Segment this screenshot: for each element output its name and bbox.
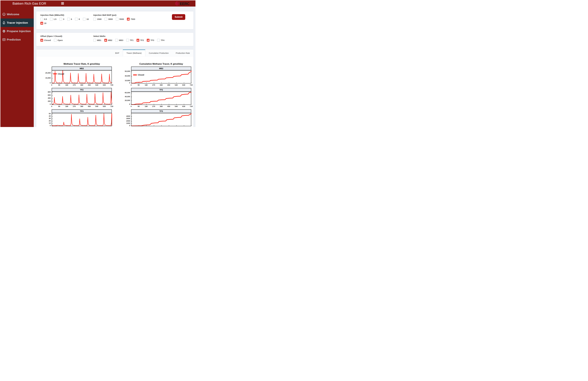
- checkbox-empty[interactable]: [67, 18, 70, 21]
- checkbox-label: MB2: [108, 39, 112, 41]
- checkbox-1-5[interactable]: 1.5: [50, 18, 56, 21]
- submit-button[interactable]: Submit: [172, 14, 185, 20]
- y-tick-label: 2000: [126, 120, 130, 122]
- y-axis-labels: 01000200030004000: [121, 109, 131, 126]
- sidebar-item-prediction[interactable]: Prediction: [0, 35, 34, 44]
- sidebar-item-label: Tracer Injection: [7, 21, 28, 24]
- sidebar-item-tracer-injection[interactable]: Tracer Injection: [0, 19, 34, 27]
- series-closed-line: [52, 70, 112, 83]
- x-tick-label: 90: [138, 127, 140, 127]
- sidebar-item-propane-injection[interactable]: Propane Injection: [0, 27, 34, 35]
- sidebar: WelcomeTracer InjectionPropane Injection…: [0, 6, 34, 127]
- series-closed-line: [52, 92, 112, 104]
- checkbox-tf3[interactable]: TF3: [147, 39, 154, 42]
- checkbox-3000[interactable]: 3000: [105, 18, 113, 21]
- checkbox-empty[interactable]: [50, 18, 53, 21]
- checkbox-10[interactable]: 10: [83, 18, 89, 21]
- eerc-logo: EERC: [175, 1, 194, 6]
- sidebar-item-welcome[interactable]: Welcome: [0, 10, 34, 19]
- x-tick-label: 270: [152, 84, 155, 86]
- sidebar-toggle-icon[interactable]: [61, 2, 64, 5]
- checkbox-label: 5500: [119, 18, 124, 20]
- x-tick-label: 720: [190, 105, 193, 107]
- checkbox-1500[interactable]: 1500: [93, 18, 102, 21]
- checkbox-7500[interactable]: 7500: [127, 18, 135, 21]
- x-tick-label: 0: [51, 105, 52, 107]
- thumbs-up-checked-icon[interactable]: [147, 39, 149, 42]
- legend-line-swatch: [133, 74, 137, 75]
- checkbox-closed[interactable]: Closed: [41, 39, 51, 42]
- checkbox-18[interactable]: 18: [41, 22, 46, 25]
- checkbox-label: 3000: [108, 18, 113, 20]
- tab-production-rate[interactable]: Production Rate: [172, 49, 193, 56]
- y-tick-label: 4000: [126, 115, 130, 117]
- tab-cumulative-production[interactable]: Cumulative Production: [145, 49, 172, 56]
- checkbox-empty[interactable]: [93, 39, 96, 42]
- checkbox-empty[interactable]: [75, 18, 78, 21]
- x-tick-label: 540: [175, 84, 178, 86]
- chart-panel-tf3: 01000200030004000TF309018027036045054063…: [121, 109, 191, 127]
- panel-title: MB2: [52, 67, 111, 70]
- checkbox-label: 6: [71, 18, 72, 20]
- x-tick-label: 720: [110, 105, 113, 107]
- x-tick-label: 540: [175, 105, 178, 107]
- tab-tracer-methane[interactable]: Tracer (Methane): [123, 49, 145, 56]
- y-tick-label: 200: [48, 100, 51, 102]
- y-tick-label: 0: [129, 82, 130, 84]
- series-closed-line: [131, 114, 191, 126]
- checkbox-3[interactable]: 3: [60, 18, 64, 21]
- checkbox-mb1[interactable]: MB1: [93, 39, 101, 42]
- checkbox-label: TF4: [161, 39, 165, 41]
- checkbox-empty[interactable]: [54, 39, 57, 42]
- offset-group: Offset (Open / Closed): ClosedOpen: [41, 35, 92, 42]
- checkbox-empty[interactable]: [93, 18, 96, 21]
- x-tick-label: 450: [167, 84, 170, 86]
- x-tick-label: 360: [80, 84, 83, 86]
- thumbs-up-checked-icon[interactable]: [127, 18, 130, 21]
- tab-bhp[interactable]: BHP: [112, 49, 123, 56]
- chart-column-rate: Methane Tracer Rate, K gmol/day010,00020…: [42, 63, 112, 127]
- y-tick-label: 30,000: [125, 75, 130, 77]
- checkbox-empty[interactable]: [83, 18, 85, 21]
- checkbox-mb2[interactable]: MB2: [104, 39, 112, 42]
- y-tick-label: 0: [129, 125, 130, 127]
- checkbox-empty[interactable]: [115, 39, 118, 42]
- x-tick-label: 0: [131, 84, 131, 86]
- legend-closed: Closed: [133, 74, 144, 76]
- checkbox-tf1[interactable]: TF1: [126, 39, 134, 42]
- checkbox-empty[interactable]: [105, 18, 107, 21]
- checkbox-label: MB3: [119, 39, 123, 41]
- thumbs-up-checked-icon[interactable]: [137, 39, 139, 42]
- checkbox-empty[interactable]: [157, 39, 160, 42]
- checkbox-tf2[interactable]: TF2: [137, 39, 144, 42]
- checkbox-open[interactable]: Open: [54, 39, 63, 42]
- checkbox-label: 18: [44, 22, 46, 24]
- x-tick-label: 0: [131, 105, 131, 107]
- sidebar-item-label: Propane Injection: [7, 29, 31, 33]
- checkbox-mb3[interactable]: MB3: [115, 39, 123, 42]
- thumbs-up-checked-icon[interactable]: [41, 22, 43, 25]
- checkbox-0-5[interactable]: 0.5: [41, 18, 47, 21]
- checkbox-5500[interactable]: 5500: [116, 18, 124, 21]
- chart-title: Cumulative Methane Tracer, K gmol/day: [131, 63, 191, 65]
- checkbox-empty[interactable]: [60, 18, 62, 21]
- y-tick-label: 20,000: [45, 72, 51, 74]
- thumbs-up-checked-icon[interactable]: [41, 39, 43, 42]
- checkbox-empty[interactable]: [126, 39, 129, 42]
- charts-area: Methane Tracer Rate, K gmol/day010,00020…: [36, 63, 193, 127]
- checkbox-8[interactable]: 8: [75, 18, 80, 21]
- x-tick-label: 270: [152, 127, 155, 127]
- injection-rate-group: Injection Rate (MMscf/d): 0.51.53681018: [41, 14, 92, 25]
- x-tick-label: 90: [58, 127, 60, 127]
- checkbox-tf4[interactable]: TF4: [157, 39, 165, 42]
- checkbox-empty[interactable]: [41, 18, 43, 21]
- x-tick-label: 360: [80, 127, 83, 127]
- thumbs-up-checked-icon[interactable]: [104, 39, 107, 42]
- x-tick-label: 180: [145, 84, 148, 86]
- x-axis-labels: 090180270360450540630720: [52, 105, 112, 108]
- checkbox-6[interactable]: 6: [67, 18, 72, 21]
- checkbox-empty[interactable]: [116, 18, 119, 21]
- x-tick-label: 360: [160, 84, 163, 86]
- checkbox-label: Closed: [44, 39, 51, 41]
- chart-column-cumulative: Cumulative Methane Tracer, K gmol/day010…: [121, 63, 191, 127]
